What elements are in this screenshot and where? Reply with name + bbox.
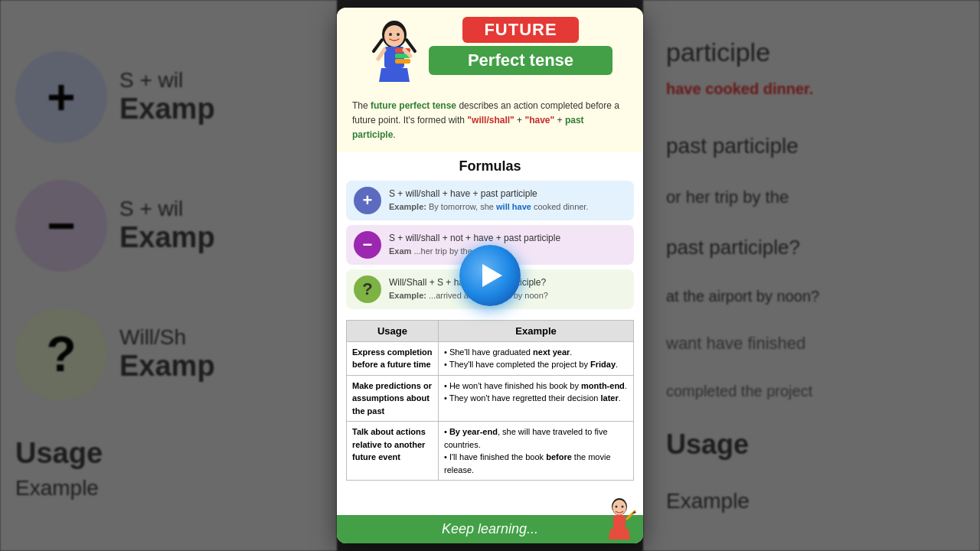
bg-right-have: have cooked dinner. (666, 80, 813, 98)
future-badge: FUTURE (462, 17, 578, 43)
svg-point-16 (622, 506, 624, 508)
bottom-banner: Keep learning... (337, 515, 643, 543)
example-item: • They won't have regretted their decisi… (444, 392, 628, 405)
minus-symbol-bg: − (15, 180, 107, 272)
example-cell-3: • By year-end, she will have traveled to… (439, 422, 634, 481)
table-row: Talk about actions relative to another f… (347, 422, 634, 481)
bg-left-text2: Examp (119, 93, 215, 126)
girl-figure (368, 21, 421, 90)
bg-right-usage2: Usage (666, 429, 749, 461)
girl-bottom-figure (603, 497, 637, 543)
bg-right-text5: at the airport by noon? (666, 288, 819, 305)
negative-formula-line: S + will/shall + not + have + past parti… (389, 231, 626, 245)
question-icon: ? (354, 276, 381, 303)
question-symbol-bg: ? (15, 308, 107, 400)
usage-cell-3: Talk about actions relative to another f… (347, 422, 439, 481)
highlight-will-shall: "will/shall" (467, 115, 514, 126)
svg-point-4 (389, 33, 392, 36)
negative-icon: − (354, 231, 381, 259)
play-button-overlay[interactable] (459, 245, 521, 306)
svg-point-15 (616, 506, 618, 508)
plus-symbol-bg: + (15, 51, 107, 143)
card-header: FUTURE Perfect tense The future perfect … (337, 8, 643, 152)
example-cell-2: • He won't have finished his book by mon… (439, 375, 634, 422)
example-item: • I'll have finished the book before the… (444, 451, 628, 476)
svg-line-11 (378, 50, 384, 59)
bg-left-usage: Usage (15, 437, 103, 470)
bg-left-example: Example (15, 476, 99, 500)
bg-left-text3: S + wil (119, 197, 215, 221)
example-item: • They'll have completed the project by … (444, 358, 628, 371)
example-item: • He won't have finished his book by mon… (444, 380, 628, 393)
positive-example-line: Example: By tomorrow, she will have cook… (389, 201, 626, 214)
svg-marker-7 (379, 68, 410, 82)
bg-left-text1: S + wil (119, 68, 215, 93)
svg-point-5 (397, 33, 400, 36)
bg-right-text7: completed the project (666, 383, 812, 400)
background-right: participle have cooked dinner. past part… (643, 0, 980, 551)
table-row: Make predictions or assumptions about th… (347, 375, 634, 422)
positive-formula-card: + S + will/shall + have + past participl… (346, 181, 634, 220)
svg-marker-18 (609, 529, 630, 540)
bg-left-text4: Examp (119, 221, 215, 254)
header-top: FUTURE Perfect tense (349, 17, 631, 90)
bg-right-text4: past participle? (666, 236, 800, 259)
keep-learning-label: Keep learning... (442, 521, 538, 536)
positive-formula-text: S + will/shall + have + past participle … (389, 187, 626, 214)
formulas-title: Formulas (346, 158, 634, 174)
background-left: + S + wil Examp − S + wil Examp ? Will/S… (0, 0, 337, 551)
example-item: • She'll have graduated next year. (444, 346, 628, 359)
perfect-badge: Perfect tense (429, 46, 612, 75)
example-item: • By year-end, she will have traveled to… (444, 425, 628, 451)
col-example: Example (439, 320, 634, 341)
example-cell-1: • She'll have graduated next year. • The… (439, 341, 634, 375)
svg-line-1 (374, 40, 382, 51)
bg-right-text6: want have finished (666, 334, 805, 354)
positive-formula-line: S + will/shall + have + past participle (389, 187, 626, 201)
col-usage: Usage (347, 320, 439, 341)
bg-right-text2: past participle (666, 134, 799, 158)
table-row: Express completion before a future time … (347, 341, 634, 375)
svg-rect-10 (395, 59, 410, 64)
usage-table: Usage Example Express completion before … (346, 320, 634, 481)
bg-right-text3: or her trip by the (666, 187, 789, 207)
svg-point-3 (384, 25, 404, 47)
title-block: FUTURE Perfect tense (429, 17, 612, 75)
highlight-have: "have" (524, 115, 554, 126)
usage-cell-1: Express completion before a future time (347, 341, 439, 375)
positive-icon: + (354, 187, 381, 214)
highlight-future-perfect: future perfect tense (371, 100, 456, 111)
description-box: The future perfect tense describes an ac… (349, 94, 631, 145)
bg-left-text5: Will/Sh (119, 325, 215, 350)
bg-left-text6: Examp (119, 350, 215, 383)
play-icon (482, 264, 502, 287)
table-section: Usage Example Express completion before … (337, 320, 643, 515)
bg-right-example2: Example (666, 489, 750, 514)
svg-rect-17 (613, 515, 626, 529)
play-button[interactable] (459, 245, 521, 306)
bg-right-text1: participle (666, 37, 770, 67)
usage-cell-2: Make predictions or assumptions about th… (347, 375, 439, 422)
